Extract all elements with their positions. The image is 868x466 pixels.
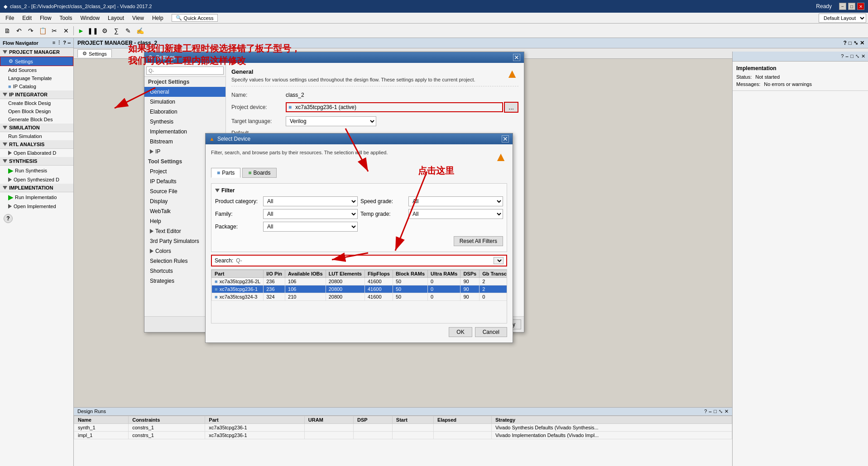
- right-panel-icon-3[interactable]: □: [850, 53, 854, 59]
- menu-window[interactable]: Window: [77, 14, 103, 22]
- device-browse-button[interactable]: ...: [504, 102, 518, 113]
- nav-section-project-manager-header[interactable]: PROJECT MANAGER: [0, 48, 73, 57]
- filter-temp-grade: Temp grade: All: [360, 209, 503, 219]
- speed-grade-select[interactable]: All: [408, 196, 503, 206]
- sum-button[interactable]: ∑: [111, 25, 122, 36]
- runs-icon-2[interactable]: ‒: [709, 409, 712, 414]
- nav-item-open-synthesized[interactable]: Open Synthesized D: [0, 176, 73, 184]
- nav-section-simulation-header[interactable]: SIMULATION: [0, 124, 73, 132]
- sim-button[interactable]: ❚❚: [87, 25, 98, 36]
- undo-button[interactable]: ↶: [14, 25, 24, 36]
- right-panel-icon-2[interactable]: ‒: [845, 53, 849, 59]
- nav-section-impl-header[interactable]: IMPLEMENTATION: [0, 184, 73, 192]
- menu-file[interactable]: File: [2, 14, 18, 22]
- nav-item-open-block[interactable]: Open Block Design: [0, 107, 73, 115]
- nav-section-ip-integrator-header[interactable]: IP INTEGRATOR: [0, 90, 73, 99]
- parts-label: Parts: [222, 170, 235, 176]
- settings-nav-synthesis[interactable]: Synthesis: [144, 117, 225, 127]
- right-panel-header: ? ‒ □ ⤡ ✕: [733, 52, 868, 62]
- content-help-icon[interactable]: ?: [843, 40, 846, 46]
- temp-grade-select[interactable]: All: [408, 209, 503, 219]
- settings-search-input[interactable]: [146, 67, 224, 75]
- right-panel-icon-1[interactable]: ?: [841, 53, 844, 59]
- search-dropdown[interactable]: [494, 257, 504, 264]
- menu-tools[interactable]: Tools: [56, 14, 76, 22]
- tab-boards[interactable]: ■ Boards: [242, 168, 276, 178]
- runs-icon-4[interactable]: ⤡: [719, 409, 723, 414]
- settings-nav-elaboration[interactable]: Elaboration: [144, 107, 225, 117]
- content-icon-4[interactable]: ✕: [860, 40, 864, 46]
- nav-item-language-templates[interactable]: Language Template: [0, 74, 73, 82]
- nav-icon-1[interactable]: ≡: [53, 40, 55, 46]
- package-label: Package:: [215, 223, 260, 230]
- nav-item-ip-catalog[interactable]: ■ IP Catalog: [0, 82, 73, 90]
- nav-item-run-implementation[interactable]: ▶ Run Implementatio: [0, 192, 73, 202]
- nav-icon-2[interactable]: ⋮: [57, 40, 62, 46]
- nav-section-rtl-header[interactable]: RTL ANALYSIS: [0, 140, 73, 149]
- tab-parts[interactable]: ■ Parts: [211, 168, 240, 178]
- menu-view[interactable]: View: [129, 14, 148, 22]
- help-circle-button[interactable]: ?: [4, 214, 13, 223]
- cut-button[interactable]: ✂: [49, 25, 60, 36]
- select-device-body: Filter, search, and browse parts by thei…: [206, 144, 513, 342]
- search-input[interactable]: [245, 257, 491, 264]
- nav-icon-4[interactable]: ‒: [67, 40, 71, 46]
- filter-title[interactable]: Filter: [215, 187, 503, 194]
- tool2-button[interactable]: ✍: [134, 25, 145, 36]
- nav-section-synthesis-header[interactable]: SYNTHESIS: [0, 157, 73, 166]
- delete-button[interactable]: ✕: [61, 25, 72, 36]
- copy-button[interactable]: 📋: [37, 25, 48, 36]
- open-impl-label: Open Implemented: [14, 204, 56, 209]
- settings-nav-simulation[interactable]: Simulation: [144, 97, 225, 107]
- reset-filters-button[interactable]: Reset All Filters: [454, 236, 503, 246]
- settings-button[interactable]: ⚙: [99, 25, 110, 36]
- content-area: PROJECT MANAGER - class_2 ? □ ⤡ ✕ ⚙ Sett…: [74, 38, 868, 466]
- content-icon-3[interactable]: ⤡: [854, 40, 858, 46]
- play-icon-synth: ▶: [8, 167, 13, 174]
- nav-item-run-simulation[interactable]: Run Simulation: [0, 132, 73, 140]
- select-device-cancel-button[interactable]: Cancel: [475, 327, 507, 337]
- runs-icon-5[interactable]: ✕: [724, 409, 729, 414]
- nav-item-run-synthesis[interactable]: ▶ Run Synthesis: [0, 166, 73, 176]
- layout-select[interactable]: Default Layout: [819, 14, 866, 23]
- select-device-close[interactable]: ✕: [502, 135, 509, 143]
- nav-item-generate-block[interactable]: Generate Block Des: [0, 115, 73, 124]
- menu-layout[interactable]: Layout: [104, 14, 128, 22]
- menu-flow[interactable]: Flow: [36, 14, 55, 22]
- product-category-select[interactable]: All: [263, 196, 358, 206]
- nav-item-open-implemented[interactable]: Open Implemented: [0, 202, 73, 210]
- run-impl-label: Run Implementatio: [15, 195, 57, 200]
- package-select[interactable]: All: [263, 222, 358, 232]
- nav-item-create-block[interactable]: Create Block Desig: [0, 99, 73, 107]
- run-button[interactable]: ►: [76, 25, 86, 36]
- vivado-logo: ▲: [506, 67, 518, 81]
- settings-dialog-close[interactable]: ✕: [513, 54, 520, 61]
- tool1-button[interactable]: ✎: [123, 25, 134, 36]
- menu-edit[interactable]: Edit: [19, 14, 35, 22]
- maximize-button[interactable]: □: [848, 3, 855, 10]
- select-device-ok-button[interactable]: OK: [449, 327, 472, 337]
- nav-item-settings[interactable]: ⚙ Settings: [0, 57, 73, 66]
- minimize-button[interactable]: −: [839, 3, 846, 10]
- open-block-label: Open Block Design: [8, 109, 51, 114]
- quick-access-bar[interactable]: 🔍 Quick Access: [172, 14, 218, 22]
- right-panel-icon-5[interactable]: ✕: [861, 53, 865, 59]
- nav-item-open-elaborated[interactable]: Open Elaborated D: [0, 149, 73, 157]
- target-lang-select[interactable]: Verilog VHDL: [286, 116, 376, 126]
- runs-icon-3[interactable]: □: [714, 409, 717, 414]
- new-file-button[interactable]: 🗎: [2, 25, 13, 36]
- nav-icon-3[interactable]: ?: [63, 40, 66, 46]
- window-title: class_2 - [E:/VivadoProject/class_2/clas…: [10, 4, 152, 9]
- close-button[interactable]: ✕: [857, 3, 864, 10]
- nav-item-add-sources[interactable]: Add Sources: [0, 66, 73, 74]
- runs-icon-1[interactable]: ?: [704, 409, 707, 414]
- settings-nav-general[interactable]: General: [144, 87, 225, 97]
- settings-tab[interactable]: ⚙ Settings: [77, 49, 112, 57]
- section-expand-icon-rtl: [3, 143, 7, 146]
- content-icon-2[interactable]: □: [849, 40, 852, 46]
- menu-help[interactable]: Help: [149, 14, 167, 22]
- family-select[interactable]: All: [263, 209, 358, 219]
- redo-button[interactable]: ↷: [25, 25, 36, 36]
- section-label: PROJECT MANAGER: [9, 49, 60, 55]
- right-panel-icon-4[interactable]: ⤡: [855, 53, 859, 59]
